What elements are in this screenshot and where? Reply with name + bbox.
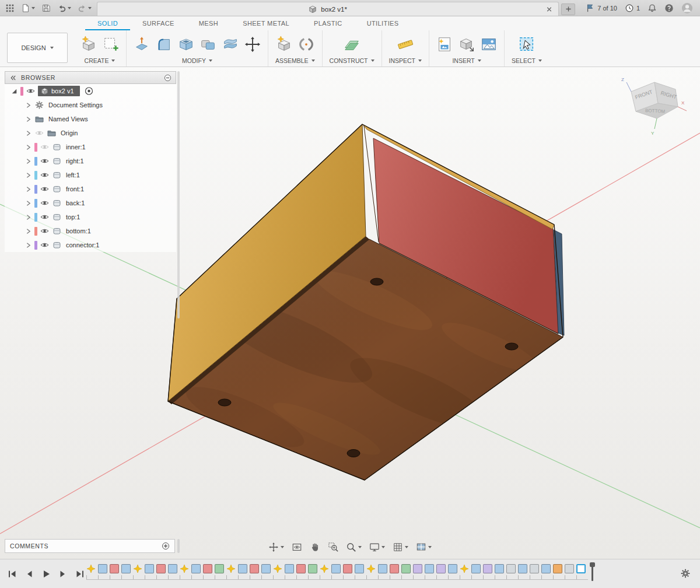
timeline-feature[interactable] — [250, 564, 259, 573]
timeline-new-component-feature[interactable] — [180, 564, 189, 573]
visibility-eye-icon[interactable] — [40, 156, 50, 166]
browser-item-left-1[interactable]: left:1 — [5, 168, 176, 182]
browser-scrollbar[interactable] — [177, 71, 180, 318]
timeline-feature[interactable] — [121, 564, 131, 573]
minimize-panel-icon[interactable] — [164, 74, 172, 82]
timeline-feature[interactable] — [530, 564, 539, 573]
skip-to-end-button[interactable] — [75, 569, 85, 579]
undo-button[interactable] — [55, 2, 74, 15]
visibility-off-eye-icon[interactable] — [34, 128, 44, 138]
timeline-feature[interactable] — [541, 564, 551, 573]
timeline-feature[interactable] — [156, 564, 166, 573]
timeline-feature[interactable] — [191, 564, 201, 573]
workspace-selector-button[interactable]: DESIGN — [7, 33, 68, 63]
browser-item-inner-1[interactable]: inner:1 — [5, 140, 176, 154]
timeline-feature[interactable] — [331, 564, 341, 573]
chevron-right-icon[interactable] — [24, 228, 32, 235]
visibility-eye-icon[interactable] — [40, 184, 50, 194]
timeline-feature[interactable] — [355, 564, 364, 573]
redo-button[interactable] — [75, 2, 94, 15]
document-tab[interactable]: box2 v1* — [97, 2, 559, 16]
visibility-eye-icon[interactable] — [40, 170, 50, 180]
toolbar-group-label-select[interactable]: SELECT — [510, 57, 544, 65]
joint-icon[interactable] — [296, 34, 316, 54]
browser-root-component[interactable]: box2 v1 — [5, 84, 176, 98]
job-status-button[interactable]: 1 — [625, 4, 640, 13]
chevron-right-icon[interactable] — [24, 200, 32, 207]
browser-item-connector-1[interactable]: connector:1 — [5, 238, 176, 252]
toolbar-group-label-assemble[interactable]: ASSEMBLE — [274, 57, 317, 65]
close-tab-icon[interactable] — [545, 5, 553, 13]
step-back-button[interactable] — [24, 569, 34, 579]
browser-item-top-1[interactable]: top:1 — [5, 210, 176, 224]
toolbar-group-label-create[interactable]: CREATE — [83, 57, 117, 65]
ribbon-tab-surface[interactable]: SURFACE — [130, 17, 187, 30]
new-tab-button[interactable] — [561, 4, 575, 15]
app-menu-button[interactable] — [3, 2, 17, 15]
timeline-new-component-feature[interactable] — [460, 564, 469, 573]
timeline-feature[interactable] — [471, 564, 481, 573]
insert-svg-icon[interactable] — [435, 34, 454, 54]
timeline-feature[interactable] — [98, 564, 107, 573]
timeline-feature[interactable] — [110, 564, 119, 573]
ribbon-tab-sheet-metal[interactable]: SHEET METAL — [230, 17, 302, 30]
timeline-feature[interactable] — [390, 564, 399, 573]
timeline-feature[interactable] — [285, 564, 294, 573]
chevron-right-icon[interactable] — [24, 242, 32, 249]
look-at-button[interactable] — [290, 541, 304, 554]
visibility-eye-icon[interactable] — [26, 86, 36, 96]
timeline-settings-gear[interactable] — [680, 568, 691, 579]
chevron-right-icon[interactable] — [24, 130, 32, 137]
shell-icon[interactable] — [176, 34, 196, 54]
visibility-off-eye-icon[interactable] — [40, 142, 50, 152]
ribbon-tab-plastic[interactable]: PLASTIC — [302, 17, 355, 30]
timeline-feature[interactable] — [261, 564, 271, 573]
timeline-new-component-feature[interactable] — [86, 564, 96, 573]
chevron-right-icon[interactable] — [24, 214, 32, 221]
construction-plane-icon[interactable] — [342, 34, 362, 54]
timeline-feature[interactable] — [506, 564, 516, 573]
box-model[interactable] — [168, 124, 564, 480]
select-icon[interactable] — [517, 34, 537, 54]
browser-item-named-views[interactable]: Named Views — [5, 112, 176, 126]
timeline-feature[interactable] — [203, 564, 212, 573]
ribbon-tab-utilities[interactable]: UTILITIES — [355, 17, 411, 30]
visibility-eye-icon[interactable] — [40, 198, 50, 208]
browser-item-right-1[interactable]: right:1 — [5, 154, 176, 168]
press-pull-icon[interactable] — [132, 34, 152, 54]
timeline-feature[interactable] — [425, 564, 434, 573]
create-sketch-icon[interactable] — [101, 34, 121, 54]
timeline-new-component-feature[interactable] — [273, 564, 282, 573]
new-component-icon[interactable] — [79, 34, 99, 54]
comments-bar[interactable]: COMMENTS — [5, 539, 175, 553]
timeline-feature[interactable] — [565, 564, 574, 573]
file-menu-button[interactable] — [19, 2, 37, 15]
visibility-eye-icon[interactable] — [40, 226, 50, 236]
timeline-feature[interactable] — [483, 564, 492, 573]
toolbar-group-label-construct[interactable]: CONSTRUCT — [328, 57, 376, 65]
toolbar-group-label-inspect[interactable]: INSPECT — [387, 57, 424, 65]
play-button[interactable] — [41, 569, 51, 579]
timeline-feature[interactable] — [168, 564, 177, 573]
fillet-icon[interactable] — [154, 34, 174, 54]
add-comment-icon[interactable] — [162, 542, 170, 550]
step-forward-button[interactable] — [58, 569, 68, 579]
offset-face-icon[interactable] — [220, 34, 240, 54]
user-avatar[interactable] — [681, 2, 693, 14]
timeline-feature[interactable] — [518, 564, 527, 573]
timeline-new-component-feature[interactable] — [133, 564, 142, 573]
timeline-feature[interactable] — [436, 564, 446, 573]
view-cube[interactable]: FRONT RIGHT BOTTOM X Y Z — [616, 74, 692, 138]
comments-scrollbar[interactable] — [177, 539, 180, 553]
timeline-feature[interactable] — [145, 564, 154, 573]
timeline-end-marker[interactable] — [576, 564, 586, 573]
timeline-feature[interactable] — [238, 564, 247, 573]
viewcube-bottom-label[interactable]: BOTTOM — [645, 108, 666, 114]
orbit-button[interactable] — [267, 541, 286, 554]
chevron-right-icon[interactable] — [24, 116, 32, 123]
insert-mesh-icon[interactable] — [457, 34, 477, 54]
root-component-label[interactable]: box2 v1 — [38, 86, 80, 96]
pan-button[interactable] — [308, 541, 322, 554]
skip-to-start-button[interactable] — [7, 569, 18, 579]
timeline-playhead[interactable] — [592, 563, 593, 581]
